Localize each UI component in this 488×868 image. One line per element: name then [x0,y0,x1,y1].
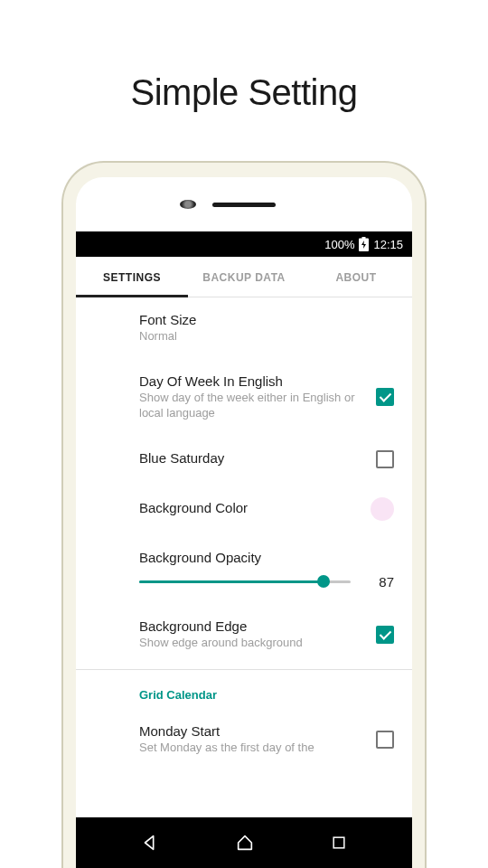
bg-edge-checkbox[interactable] [376,626,394,644]
bg-opacity-label: Background Opacity [139,550,394,565]
dow-english-checkbox[interactable] [376,388,394,406]
setting-dow-english[interactable]: Day Of Week In English Show day of the w… [76,359,412,436]
dow-english-label: Day Of Week In English [139,373,365,389]
tabs: SETTINGS BACKUP DATA ABOUT [76,257,412,297]
monday-start-desc: Set Monday as the first day of the [139,741,365,756]
bg-color-label: Background Color [139,500,360,515]
recent-apps-button[interactable] [330,834,348,852]
blue-saturday-checkbox[interactable] [376,450,394,468]
home-button[interactable] [235,833,255,853]
tab-about[interactable]: ABOUT [300,257,412,297]
monday-start-label: Monday Start [139,723,365,739]
tab-settings[interactable]: SETTINGS [76,257,188,297]
font-size-label: Font Size [139,312,394,327]
clock: 12:15 [373,238,403,251]
settings-content[interactable]: Font Size Normal Day Of Week In English … [76,297,412,816]
bg-opacity-slider[interactable] [139,580,351,583]
speaker-slit [212,203,276,207]
phone-screen: 100% 12:15 SETTINGS BACKUP DATA ABOUT Fo… [76,177,412,868]
svg-rect-1 [362,237,366,239]
phone-frame: 100% 12:15 SETTINGS BACKUP DATA ABOUT Fo… [63,163,425,868]
bg-opacity-value: 87 [369,574,394,590]
setting-bg-opacity[interactable]: Background Opacity 87 [76,535,412,604]
setting-bg-edge[interactable]: Background Edge Show edge around backgro… [76,604,412,665]
svg-rect-2 [333,837,344,848]
slider-thumb[interactable] [317,575,330,588]
back-button[interactable] [140,833,160,853]
dow-english-desc: Show day of the week either in English o… [139,391,365,421]
camera-dot [180,200,196,209]
slider-fill [139,580,324,583]
setting-blue-saturday[interactable]: Blue Saturday [76,436,412,483]
bg-edge-label: Background Edge [139,618,365,634]
tab-backup-data[interactable]: BACKUP DATA [188,257,300,297]
phone-top-bezel [76,177,412,231]
android-nav-bar [76,817,412,868]
page-title: Simple Setting [0,72,488,113]
section-header-grid-calendar: Grid Calendar [76,670,412,709]
battery-percent: 100% [324,238,354,251]
monday-start-checkbox[interactable] [376,731,394,749]
setting-monday-start[interactable]: Monday Start Set Monday as the first day… [76,709,412,770]
setting-bg-color[interactable]: Background Color [76,483,412,535]
bg-edge-desc: Show edge around background [139,636,365,651]
bg-color-swatch[interactable] [371,497,394,521]
setting-font-size[interactable]: Font Size Normal [76,297,412,359]
status-bar: 100% 12:15 [76,231,412,257]
font-size-value: Normal [139,329,394,344]
blue-saturday-label: Blue Saturday [139,450,365,466]
battery-charging-icon [359,237,369,251]
